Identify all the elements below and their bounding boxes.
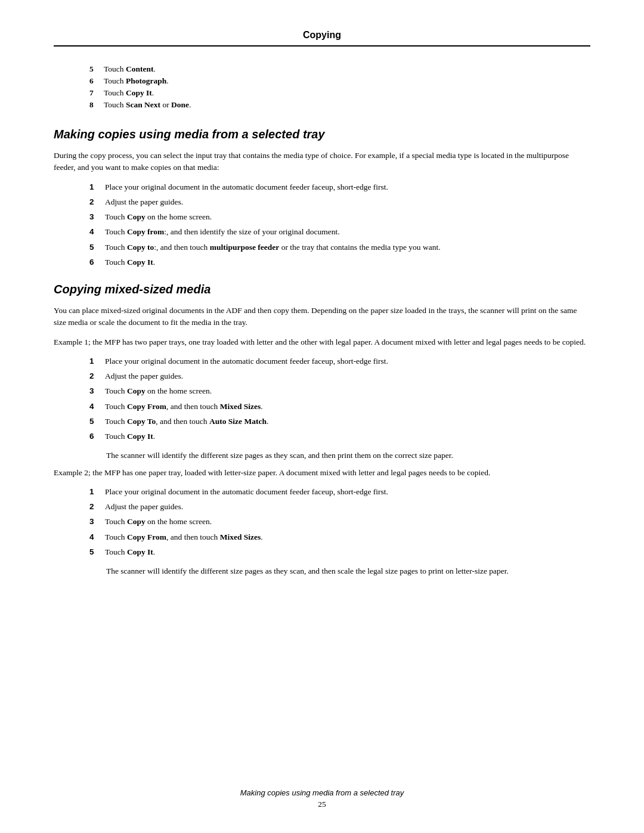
step-text: Adjust the paper guides. [105,196,590,208]
section2-note1: The scanner will identify the different … [106,450,590,462]
step-text: Touch Copy From, and then touch Mixed Si… [105,531,590,543]
intro-steps-list: 5 Touch Content. 6 Touch Photograph. 7 T… [89,64,590,110]
footer-page-number: 25 [318,800,326,809]
section2-steps1: 1 Place your original document in the au… [89,355,590,443]
list-item: 4 Touch Copy from:, and then identify th… [89,226,590,238]
step-text: Touch Copy It. [104,88,154,98]
list-item: 5 Touch Copy To, and then touch Auto Siz… [89,416,590,428]
list-item: 3 Touch Copy on the home screen. [89,516,590,528]
list-item: 1 Place your original document in the au… [89,355,590,367]
section1-steps: 1 Place your original document in the au… [89,181,590,269]
step-number: 5 [89,546,98,558]
step-number: 6 [89,431,98,442]
step-number: 4 [89,401,98,413]
step-number: 1 [89,355,98,367]
step-text: Place your original document in the auto… [105,355,590,367]
step-text: Touch Copy on the home screen. [105,385,590,397]
section1-intro: During the copy process, you can select … [54,150,590,174]
section2-note2: The scanner will identify the different … [106,565,590,577]
step-text: Touch Copy on the home screen. [105,516,590,528]
step-text: Touch Copy It. [105,431,590,442]
step-number: 8 [89,100,97,110]
section-selected-tray: Making copies using media from a selecte… [54,128,590,268]
list-item: 6 Touch Copy It. [89,256,590,268]
list-item: 4 Touch Copy From, and then touch Mixed … [89,531,590,543]
step-number: 5 [89,416,98,428]
list-item: 2 Adjust the paper guides. [89,370,590,382]
section2-steps2: 1 Place your original document in the au… [89,486,590,558]
step-number: 2 [89,370,98,382]
step-number: 1 [89,486,98,498]
list-item: 2 Adjust the paper guides. [89,196,590,208]
step-number: 5 [89,241,98,253]
step-text: Adjust the paper guides. [105,370,590,382]
step-number: 3 [89,516,98,528]
step-text: Touch Copy to:, and then touch multipurp… [105,241,590,253]
step-text: Place your original document in the auto… [105,486,590,498]
step-number: 6 [89,256,98,268]
step-number: 2 [89,196,98,208]
step-text: Touch Copy To, and then touch Auto Size … [105,416,590,428]
list-item: 5 Touch Copy to:, and then touch multipu… [89,241,590,253]
list-item: 3 Touch Copy on the home screen. [89,385,590,397]
page-footer: Making copies using media from a selecte… [54,788,590,809]
page: Copying 5 Touch Content. 6 Touch Photogr… [0,0,644,833]
list-item: 2 Adjust the paper guides. [89,501,590,513]
list-item: 6 Touch Copy It. [89,431,590,442]
section1-title: Making copies using media from a selecte… [54,128,590,141]
list-item: 7 Touch Copy It. [89,88,590,98]
list-item: 3 Touch Copy on the home screen. [89,211,590,223]
step-text: Touch Copy It. [105,256,590,268]
list-item: 5 Touch Copy It. [89,546,590,558]
list-item: 5 Touch Content. [89,64,590,74]
section2-intro3: Example 2; the MFP has one paper tray, l… [54,467,590,479]
step-number: 2 [89,501,98,513]
step-text: Touch Copy on the home screen. [105,211,590,223]
section2-intro1: You can place mixed-sized original docum… [54,305,590,329]
step-text: Touch Copy It. [105,546,590,558]
step-number: 5 [89,64,97,74]
step-number: 3 [89,211,98,223]
step-text: Adjust the paper guides. [105,501,590,513]
list-item: 1 Place your original document in the au… [89,486,590,498]
section-mixed-media: Copying mixed-sized media You can place … [54,283,590,577]
step-number: 7 [89,88,97,98]
step-text: Touch Photograph. [104,76,169,86]
footer-text: Making copies using media from a selecte… [240,788,404,797]
step-number: 1 [89,181,98,193]
header-title: Copying [303,30,341,40]
section2-title: Copying mixed-sized media [54,283,590,296]
list-item: 8 Touch Scan Next or Done. [89,100,590,110]
step-text: Touch Copy from:, and then identify the … [105,226,590,238]
step-text: Place your original document in the auto… [105,181,590,193]
step-number: 3 [89,385,98,397]
section2-intro2: Example 1; the MFP has two paper trays, … [54,336,590,348]
step-number: 4 [89,226,98,238]
list-item: 6 Touch Photograph. [89,76,590,86]
list-item: 1 Place your original document in the au… [89,181,590,193]
list-item: 4 Touch Copy From, and then touch Mixed … [89,401,590,413]
step-number: 6 [89,76,97,86]
step-text: Touch Scan Next or Done. [104,100,191,110]
step-number: 4 [89,531,98,543]
step-text: Touch Content. [104,64,156,74]
step-text: Touch Copy From, and then touch Mixed Si… [105,401,590,413]
page-header: Copying [54,30,590,47]
